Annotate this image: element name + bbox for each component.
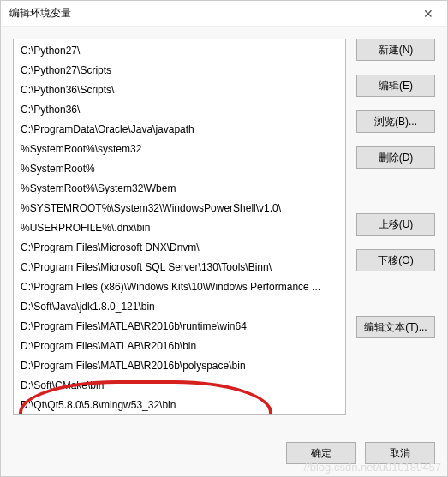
list-item[interactable]: %SystemRoot% — [14, 159, 345, 179]
titlebar: 编辑环境变量 ✕ — [1, 1, 447, 27]
list-item[interactable]: C:\Python36\Scripts\ — [14, 80, 345, 100]
browse-button[interactable]: 浏览(B)... — [356, 110, 435, 133]
move-up-button[interactable]: 上移(U) — [356, 213, 435, 236]
edit-button[interactable]: 编辑(E) — [356, 75, 435, 97]
close-icon[interactable]: ✕ — [418, 5, 439, 22]
list-item[interactable]: D:\Program Files\MATLAB\R2016b\bin — [14, 337, 345, 356]
cancel-button[interactable]: 取消 — [365, 442, 435, 464]
ok-button[interactable]: 确定 — [286, 442, 356, 464]
dialog-footer: 确定 取消 — [1, 433, 447, 476]
list-item[interactable]: D:\Program Files\MATLAB\R2016b\polyspace… — [14, 356, 345, 376]
side-buttons: 新建(N) 编辑(E) 浏览(B)... 删除(D) 上移(U) 下移(O) 编… — [356, 39, 435, 433]
list-item[interactable]: C:\ProgramData\Oracle\Java\javapath — [14, 120, 345, 140]
list-item[interactable]: C:\Python36\ — [14, 100, 345, 120]
dialog-body: C:\Python27\C:\Python27\ScriptsC:\Python… — [1, 27, 447, 433]
list-item[interactable]: C:\Program Files\Microsoft SQL Server\13… — [14, 258, 345, 277]
new-button[interactable]: 新建(N) — [356, 39, 435, 61]
edit-text-button[interactable]: 编辑文本(T)... — [356, 316, 435, 338]
list-item[interactable]: %SYSTEMROOT%\System32\WindowsPowerShell\… — [14, 199, 345, 218]
edit-env-var-dialog: 编辑环境变量 ✕ C:\Python27\C:\Python27\Scripts… — [0, 0, 448, 477]
dialog-title: 编辑环境变量 — [9, 6, 71, 21]
list-item[interactable]: C:\Python27\Scripts — [14, 61, 345, 80]
list-item[interactable]: D:\Soft\Java\jdk1.8.0_121\bin — [14, 297, 345, 317]
list-item[interactable]: D:\Qt\Qt5.8.0\5.8\mingw53_32\bin — [14, 396, 345, 415]
delete-button[interactable]: 删除(D) — [356, 146, 435, 169]
move-down-button[interactable]: 下移(O) — [356, 249, 435, 271]
list-item[interactable]: %SystemRoot%\System32\Wbem — [14, 179, 345, 199]
list-item[interactable]: C:\Program Files (x86)\Windows Kits\10\W… — [14, 277, 345, 297]
list-item[interactable]: D:\Program Files\MATLAB\R2016b\runtime\w… — [14, 317, 345, 337]
list-item[interactable]: C:\Program Files\Microsoft DNX\Dnvm\ — [14, 238, 345, 258]
list-item[interactable]: %USERPROFILE%\.dnx\bin — [14, 218, 345, 238]
list-item[interactable]: D:\Soft\CMake\bin — [14, 376, 345, 396]
list-item[interactable]: C:\Python27\ — [14, 41, 345, 61]
path-listbox[interactable]: C:\Python27\C:\Python27\ScriptsC:\Python… — [13, 39, 346, 415]
list-item[interactable]: %SystemRoot%\system32 — [14, 140, 345, 159]
